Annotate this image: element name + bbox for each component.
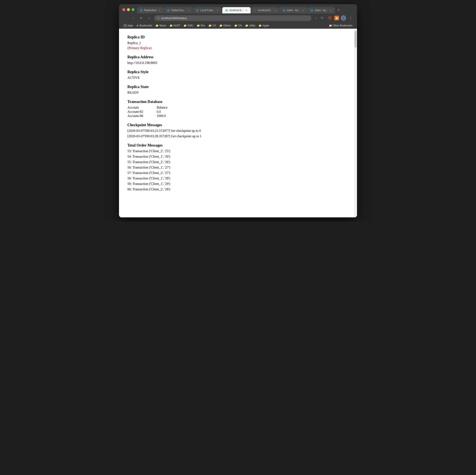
other-bookmarks-label: Other Bookmarks [333, 24, 352, 27]
apps-grid-icon [124, 24, 127, 27]
db-data-row-1: Account-82 0.0 [127, 110, 349, 114]
checkpoint-messages-heading: Checkpoint Messages [127, 123, 349, 127]
forward-button[interactable]: › [130, 15, 136, 21]
tab-close-4[interactable]: ✕ [245, 9, 248, 12]
tab-title-1: Replication [144, 9, 156, 12]
tab-index-2[interactable]: 🌐 index - ba... ✕ [307, 7, 335, 13]
profile-icon[interactable]: 👤 [341, 15, 346, 21]
total-order-message-7: 59: Transaction ('Client_1', '29') [127, 182, 349, 186]
bookmark-rec[interactable]: 📁 Rec [195, 23, 206, 28]
tabs-row: 🌐 Replication ✕ 🌐 Global Fau... ✕ 🌐 Loca… [137, 7, 354, 13]
replica-id-value: Replica_1 [127, 41, 349, 45]
folder-icon-cmu: 📁 [184, 24, 187, 27]
title-bar: 🌐 Replication ✕ 🌐 Global Fau... ✕ 🌐 Loca… [119, 4, 357, 13]
bookmark-apple-label: Apple [262, 24, 269, 27]
reload-button[interactable]: ↻ [138, 15, 144, 21]
total-order-message-8: 60: Transaction ('Client_2', '28') [127, 187, 349, 191]
bookmark-cmu-label: CMU [187, 24, 193, 27]
bookmarks-bar: Apps ★ Bookmarks 📁 Music 📁 HUST 📁 CMU 📁 … [119, 23, 357, 29]
browser-window: 🌐 Replication ✕ 🌐 Global Fau... ✕ 🌐 Loca… [119, 4, 357, 217]
more-button[interactable]: ⋮ [348, 15, 354, 21]
tab-title-3: Local Fault... [200, 9, 215, 12]
tab-title-5: localhost:8... [258, 9, 272, 12]
minimize-button[interactable] [127, 8, 130, 11]
tab-title-7: index - ba... [315, 9, 328, 12]
other-bookmarks[interactable]: 📁 Other Bookmarks [328, 23, 354, 28]
bookmark-others-label: Others [223, 24, 231, 27]
total-order-message-4: 56: Transaction ('Client_1', '27') [127, 166, 349, 169]
bookmark-star-button[interactable]: ☆ [314, 16, 317, 20]
bookmark-music-label: Music [159, 24, 166, 27]
db-header-row: Account Balance [127, 106, 349, 109]
folder-icon-cn: 📁 [234, 24, 237, 27]
total-order-message-3: 55: Transaction ('Client_2', '26') [127, 160, 349, 164]
tab-close-1[interactable]: ✕ [158, 9, 161, 12]
tab-close-5[interactable]: ✕ [274, 9, 277, 12]
bookmark-cs[interactable]: 📁 CS [207, 23, 217, 28]
replica-style-heading: Replica Style [127, 70, 349, 74]
bookmark-utility[interactable]: 📁 Utility [244, 23, 256, 28]
tab-local-fault[interactable]: 🌐 Local Fault... ✕ [193, 7, 222, 13]
tab-favicon-3: 🌐 [196, 9, 199, 12]
tab-localhost-loading[interactable]: ◌ localhost:8... ✕ [251, 7, 279, 13]
replica-state-value: READY [127, 91, 349, 95]
bookmark-hust-label: HUST [173, 24, 180, 27]
bookmark-apple[interactable]: 📁 Apple [257, 23, 270, 28]
tab-close-6[interactable]: ✕ [301, 9, 305, 12]
replica-address-value: http://10.0.0.198:8003 [127, 61, 349, 65]
bookmark-cn[interactable]: 📁 CN [233, 23, 243, 28]
extension-icon-red[interactable]: ⓪ [327, 15, 333, 21]
db-balance-1: 0.0 [157, 110, 173, 114]
tab-favicon-4: 🌐 [225, 9, 228, 12]
bookmark-music[interactable]: 📁 Music [154, 23, 167, 28]
db-account-2: Account-86 [127, 114, 153, 118]
tab-favicon-1: 🌐 [139, 9, 143, 12]
db-balance-2: 1000.0 [157, 114, 173, 118]
back-button[interactable]: ‹ [122, 15, 128, 21]
transaction-db-heading: Transaction Database [127, 100, 349, 104]
bookmark-cs-label: CS [212, 24, 216, 27]
close-button[interactable] [122, 8, 125, 11]
replica-state-heading: Replica State [127, 85, 349, 89]
folder-icon-music: 📁 [155, 24, 159, 27]
scrollbar[interactable] [354, 29, 357, 217]
tab-favicon-6: 🌐 [282, 9, 286, 12]
tab-close-7[interactable]: ✕ [329, 9, 333, 12]
bookmark-others[interactable]: 📁 Others [218, 23, 232, 28]
tab-index-1[interactable]: 🌐 index - ba... ✕ [280, 7, 307, 13]
page-content: Replica ID Replica_1 (Primary Replica) R… [119, 29, 357, 217]
tab-close-2[interactable]: ✕ [187, 9, 190, 12]
folder-icon-rec: 📁 [197, 24, 200, 27]
shield-icon[interactable]: 🛡 [319, 15, 325, 21]
primary-replica-label: (Primary Replica) [127, 46, 349, 50]
bookmark-apps[interactable]: Apps [122, 23, 134, 28]
star-icon: ★ [136, 24, 139, 27]
bookmark-hust[interactable]: 📁 HUST [168, 23, 182, 28]
home-button[interactable]: ⌂ [146, 15, 152, 21]
bookmark-cmu[interactable]: 📁 CMU [182, 23, 194, 28]
extension-icon-orange[interactable]: ◼ [334, 16, 339, 20]
tab-close-3[interactable]: ✕ [216, 9, 219, 12]
scrollbar-thumb[interactable] [355, 31, 357, 48]
tab-localhost-8003[interactable]: 🌐 localhost:8... ✕ [222, 7, 251, 13]
bookmark-bookmarks-label: Bookmarks [139, 24, 152, 27]
total-order-message-5: 57: Transaction ('Client_2', '27') [127, 171, 349, 175]
folder-icon-hust: 📁 [170, 24, 173, 27]
db-account-1: Account-82 [127, 110, 153, 114]
checkpoint-message-2: [2020-03-07T00:03:28.357287] Get checkpo… [127, 134, 349, 138]
bookmark-rec-label: Rec [201, 24, 205, 27]
bookmark-bookmarks[interactable]: ★ Bookmarks [135, 23, 153, 28]
tab-replication[interactable]: 🌐 Replication ✕ [137, 7, 164, 13]
address-text: localhost:8003/status [161, 17, 309, 20]
tab-global-fault[interactable]: 🌐 Global Fau... ✕ [164, 7, 193, 13]
address-bar[interactable]: ⓘ localhost:8003/status [154, 15, 311, 21]
tab-favicon-5: ◌ [254, 9, 257, 12]
folder-icon-apple: 📁 [258, 24, 262, 27]
bookmark-cn-label: CN [238, 24, 242, 27]
tab-favicon-7: 🌐 [310, 9, 313, 12]
replica-id-heading: Replica ID [127, 35, 349, 39]
maximize-button[interactable] [132, 8, 135, 11]
lock-icon: ⓘ [157, 16, 160, 20]
transaction-db-table: Account Balance Account-82 0.0 Account-8… [127, 106, 349, 118]
new-tab-button[interactable]: + [335, 7, 342, 13]
